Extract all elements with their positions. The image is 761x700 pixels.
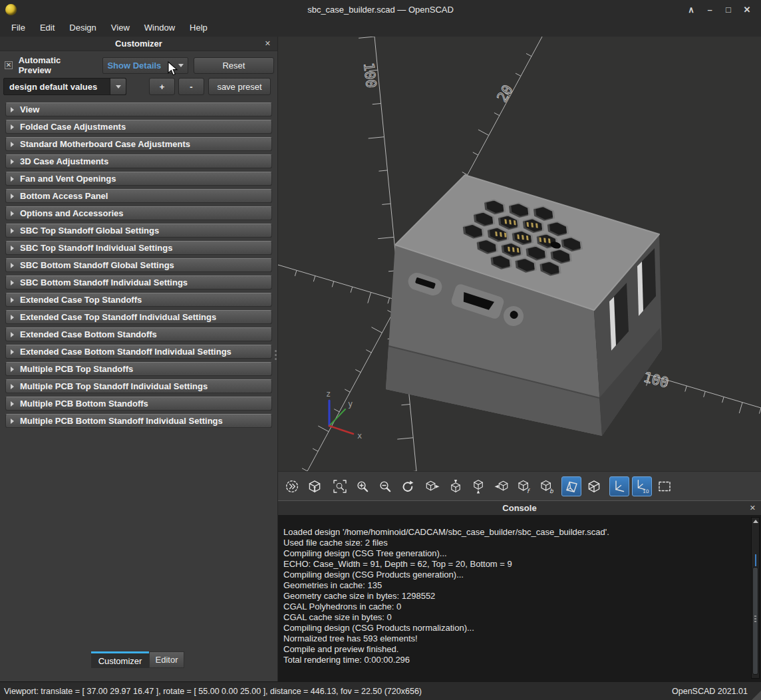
- zoom-in-button[interactable]: [353, 476, 373, 496]
- view-right-button[interactable]: [423, 476, 443, 496]
- view-all-button[interactable]: [655, 476, 675, 496]
- section-item[interactable]: Multiple PCB Top Standoff Individual Set…: [5, 379, 272, 393]
- view-front-button[interactable]: f: [514, 476, 533, 496]
- preset-value: design default values: [4, 82, 110, 92]
- z-scale-label: 100: [361, 62, 379, 88]
- expand-arrow-icon: [11, 124, 14, 130]
- section-item[interactable]: Bottom Access Panel: [5, 189, 272, 203]
- section-item[interactable]: Fan and Vent Openings: [5, 172, 272, 186]
- section-label: Multiple PCB Top Standoff Individual Set…: [20, 381, 208, 391]
- reset-view-button[interactable]: [398, 476, 418, 496]
- menu-window[interactable]: Window: [137, 20, 182, 35]
- view-top-button[interactable]: [446, 476, 466, 496]
- preset-dropdown[interactable]: design default values: [3, 78, 126, 95]
- minimize-window-button[interactable]: –: [702, 3, 717, 16]
- section-label: Standard Motherboard Case Adjustments: [20, 139, 190, 149]
- show-axes-button[interactable]: [609, 476, 629, 496]
- view-back-button[interactable]: b: [536, 476, 556, 496]
- section-label: Bottom Access Panel: [20, 191, 108, 201]
- section-item[interactable]: SBC Bottom Standoff Individual Settings: [5, 275, 272, 289]
- panel-splitter-handle[interactable]: [275, 348, 277, 362]
- console-output[interactable]: Loaded design '/home/hominoid/CADCAM/sbc…: [278, 515, 761, 681]
- render-button[interactable]: [305, 476, 325, 496]
- scroll-up-icon[interactable]: [753, 520, 758, 523]
- chevron-down-icon: [116, 85, 121, 88]
- expand-arrow-icon: [11, 384, 14, 389]
- title-bar: sbc_case_builder.scad — OpenSCAD ∧ – □ ✕: [0, 0, 761, 19]
- zoom-in-icon: [355, 479, 370, 494]
- section-item[interactable]: Extended Case Top Standoff Individual Se…: [5, 310, 272, 324]
- scrollbar-thumb[interactable]: [752, 567, 758, 675]
- tab-customizer[interactable]: Customizer: [91, 651, 149, 668]
- menu-help[interactable]: Help: [182, 20, 215, 35]
- shade-window-button[interactable]: ∧: [684, 3, 698, 16]
- section-label: SBC Bottom Standoff Global Settings: [20, 260, 174, 270]
- console-close-icon[interactable]: ✕: [750, 504, 761, 512]
- section-item[interactable]: Extended Case Bottom Standoff Individual…: [5, 345, 272, 359]
- add-preset-button[interactable]: +: [149, 78, 175, 95]
- console-line: Geometry cache size in bytes: 1298552: [283, 591, 745, 602]
- resize-grip[interactable]: [752, 691, 761, 700]
- section-item[interactable]: SBC Bottom Standoff Global Settings: [5, 258, 272, 272]
- section-item[interactable]: View: [5, 102, 272, 116]
- view-left-icon: [494, 479, 508, 494]
- view-right-icon: [426, 479, 440, 494]
- console-header: Console ✕: [278, 500, 761, 515]
- expand-arrow-icon: [11, 142, 14, 147]
- x-axis-label: x: [357, 431, 362, 440]
- section-item[interactable]: Multiple PCB Bottom Standoff Individual …: [5, 414, 272, 428]
- zoom-out-icon: [378, 479, 392, 494]
- view-preview-button[interactable]: [282, 476, 302, 496]
- expand-arrow-icon: [11, 419, 14, 424]
- expand-arrow-icon: [11, 211, 14, 216]
- view-bottom-button[interactable]: [468, 476, 488, 496]
- section-item[interactable]: Options and Accessories: [5, 206, 272, 220]
- console-line: ECHO: Case_Width = 91, Depth = 62, Top =…: [283, 559, 745, 570]
- menu-view[interactable]: View: [104, 20, 137, 35]
- expand-arrow-icon: [11, 107, 14, 112]
- menu-design[interactable]: Design: [62, 20, 103, 35]
- remove-preset-button[interactable]: -: [178, 78, 204, 95]
- x-scale-label: 100: [642, 369, 671, 391]
- console-line: Compiling design (CSG Tree generation)..…: [283, 548, 745, 559]
- 3d-viewport[interactable]: 100 20 100: [278, 37, 761, 471]
- save-preset-button[interactable]: save preset: [208, 78, 271, 95]
- show-scale-markers-button[interactable]: 10: [632, 476, 652, 496]
- view-left-button[interactable]: [491, 476, 511, 496]
- section-item[interactable]: Folded Case Adjustments: [5, 120, 272, 134]
- maximize-window-button[interactable]: □: [721, 3, 736, 16]
- show-axes-icon: [612, 479, 627, 494]
- console-line: Total rendering time: 0:00:00.296: [283, 655, 745, 665]
- menu-edit[interactable]: Edit: [33, 20, 62, 35]
- reset-button[interactable]: Reset: [194, 57, 274, 74]
- view-perspective-button[interactable]: [561, 476, 581, 496]
- case-model: [386, 175, 662, 436]
- automatic-preview-label: Automatic Preview: [19, 55, 94, 75]
- z-axis-label: z: [326, 389, 331, 399]
- automatic-preview-checkbox[interactable]: ✕: [5, 61, 13, 69]
- preset-dropdown-arrow[interactable]: [110, 79, 126, 94]
- view-orthogonal-button[interactable]: [584, 476, 604, 496]
- zoom-out-button[interactable]: [375, 476, 395, 496]
- section-item[interactable]: 3D Case Adjustments: [5, 154, 272, 168]
- close-window-button[interactable]: ✕: [740, 3, 754, 16]
- section-item[interactable]: Extended Case Top Standoffs: [5, 293, 272, 307]
- tab-editor[interactable]: Editor: [149, 651, 184, 668]
- expand-arrow-icon: [11, 263, 14, 268]
- zoom-all-button[interactable]: [330, 476, 350, 496]
- section-item[interactable]: Multiple PCB Bottom Standoffs: [5, 397, 272, 411]
- section-item[interactable]: SBC Top Standoff Global Settings: [5, 224, 272, 238]
- menu-file[interactable]: File: [4, 20, 33, 35]
- reset-view-icon: [400, 479, 415, 494]
- expand-arrow-icon: [11, 228, 14, 234]
- section-item[interactable]: Extended Case Bottom Standoffs: [5, 327, 272, 341]
- section-item[interactable]: Multiple PCB Top Standoffs: [5, 362, 272, 376]
- customizer-panel: Customizer ✕ ✕ Automatic Preview Show De…: [0, 37, 278, 681]
- show-scale-markers-icon: 10: [635, 479, 649, 494]
- console-scrollbar[interactable]: [751, 517, 760, 679]
- y-scale-label: 20: [494, 83, 516, 105]
- section-label: Multiple PCB Bottom Standoffs: [20, 399, 148, 409]
- section-item[interactable]: SBC Top Standoff Individual Settings: [5, 241, 272, 255]
- section-item[interactable]: Standard Motherboard Case Adjustments: [5, 137, 272, 151]
- customizer-close-icon[interactable]: ✕: [265, 39, 277, 48]
